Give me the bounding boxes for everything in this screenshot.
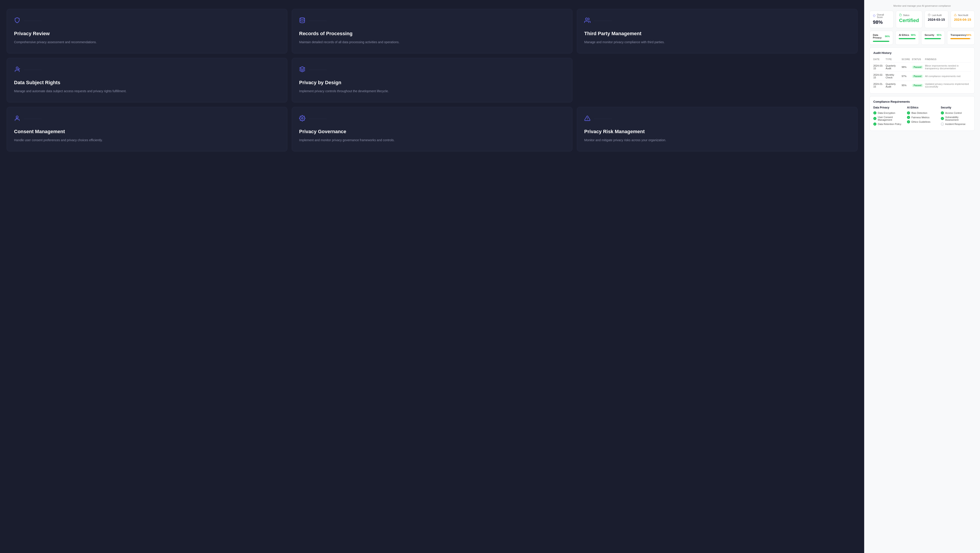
cell-findings: Minor improvements needed in transparenc…: [925, 63, 971, 72]
card-records-processing[interactable]: Records of Processing Maintain detailed …: [292, 9, 573, 54]
card-icon-row: [299, 115, 565, 122]
table-row: 2024-01-15 Quarterly Audit 95% Passed Up…: [873, 81, 971, 90]
check-icon: ✓: [941, 117, 944, 120]
compliance-item: ✓ User Consent Management: [873, 116, 904, 121]
card-title: Third Party Management: [584, 31, 850, 37]
doc-stat-icon: [899, 14, 902, 17]
cell-date: 2024-02-15: [873, 72, 886, 81]
audit-table: DATE TYPE SCORE STATUS FINDINGS 2024-03-…: [873, 57, 971, 90]
cell-date: 2024-01-15: [873, 81, 886, 90]
card-privacy-review[interactable]: Privacy Review Comprehensive privacy ass…: [7, 9, 287, 54]
card-desc: Maintain detailed records of all data pr…: [299, 40, 565, 44]
database-icon: [299, 17, 305, 24]
bar-fill: [950, 38, 970, 39]
stat-next-audit: Next Audit 2024-04-15: [951, 11, 975, 28]
alert-stat-icon: [954, 14, 957, 17]
bar-fill: [924, 38, 940, 39]
card-privacy-governance[interactable]: Privacy Governance Implement and monitor…: [292, 107, 573, 151]
score-bars-row: Data Privacy 96% AI Ethics 98% Secur: [870, 31, 975, 45]
score-bar-header: AI Ethics 98%: [899, 33, 916, 36]
card-icon-row: [14, 115, 280, 122]
panel-subtitle: Monitor and manage your AI governance co…: [870, 5, 975, 7]
bar-track: [950, 38, 971, 39]
card-privacy-risk[interactable]: Privacy Risk Management Monitor and miti…: [577, 107, 858, 151]
alert-triangle-icon: [584, 115, 590, 122]
svg-point-5: [302, 118, 303, 119]
page-wrapper: Privacy Review Comprehensive privacy ass…: [0, 0, 980, 553]
card-title: Privacy Governance: [299, 129, 565, 135]
bar-track: [924, 38, 942, 39]
card-desc: Handle user consent preferences and priv…: [14, 138, 280, 143]
score-bar-data-privacy: Data Privacy 96%: [870, 31, 893, 45]
stat-value: 2024-04-15: [954, 17, 971, 21]
check-icon: ✓: [907, 111, 910, 114]
score-bar-header: Data Privacy 96%: [873, 33, 890, 39]
cell-type: Quarterly Audit: [886, 63, 902, 72]
svg-point-1: [585, 18, 587, 20]
card-desc: Manage and monitor privacy compliance wi…: [584, 40, 850, 44]
compliance-item: ✓ Vulnerability Assessment: [941, 116, 971, 121]
stat-label: Last Audit: [928, 14, 945, 17]
score-bar-header: Transparency 94%: [950, 33, 971, 36]
stat-label: Next Audit: [954, 14, 971, 17]
audit-history-title: Audit History: [873, 51, 971, 54]
bar-track: [899, 38, 916, 39]
compliance-item: ✓ Access Control: [941, 111, 971, 114]
card-icon-row: [299, 66, 565, 73]
col-date: DATE: [873, 57, 886, 63]
card-desc: Monitor and mitigate privacy risks acros…: [584, 138, 850, 143]
user-check-icon: [14, 66, 20, 73]
users-icon: [584, 17, 590, 24]
card-divider: [309, 70, 327, 70]
card-title: Data Subject Rights: [14, 80, 280, 86]
card-privacy-by-design[interactable]: Privacy by Design Implement privacy cont…: [292, 58, 573, 102]
card-divider: [24, 119, 41, 119]
cell-date: 2024-03-15: [873, 63, 886, 72]
shield-stat-icon: [873, 14, 875, 17]
gear-icon: [299, 115, 305, 122]
card-title: Privacy by Design: [299, 80, 565, 86]
table-row: 2024-03-15 Quarterly Audit 98% Passed Mi…: [873, 63, 971, 72]
score-bar-ai-ethics: AI Ethics 98%: [896, 31, 919, 45]
compliance-col-ai-ethics: AI Ethics ✓ Bias Detection ✓ Fairness Me…: [907, 106, 937, 127]
stat-value: Certified: [899, 17, 919, 23]
bar-fill: [899, 38, 915, 39]
stat-value: 2024-03-15: [928, 17, 945, 21]
score-bar-transparency: Transparency 94%: [947, 31, 975, 45]
card-data-subject-rights[interactable]: Data Subject Rights Manage and automate …: [7, 58, 287, 102]
card-desc: Implement privacy controls throughout th…: [299, 89, 565, 94]
stat-overall-score: Overall Score 98%: [870, 11, 894, 28]
card-desc: Manage and automate data subject access …: [14, 89, 280, 94]
check-icon: ✓: [873, 117, 877, 120]
col-status: STATUS: [912, 57, 925, 63]
check-icon: ✓: [873, 111, 877, 114]
user-consent-icon: [14, 115, 20, 122]
card-divider: [594, 119, 612, 119]
check-icon: ✓: [907, 116, 910, 119]
card-consent-management[interactable]: Consent Management Handle user consent p…: [7, 107, 287, 151]
stat-label: Status: [899, 14, 919, 17]
card-title: Privacy Risk Management: [584, 129, 850, 135]
check-icon: ✓: [907, 120, 910, 123]
card-desc: Comprehensive privacy assessment and rec…: [14, 40, 280, 44]
card-title: Privacy Review: [14, 31, 280, 37]
compliance-col-security: Security ✓ Access Control ✓ Vulnerabilit…: [941, 106, 971, 127]
compliance-item: ✓ Fairness Metrics: [907, 116, 937, 119]
card-third-parties[interactable]: Third Party Management Manage and monito…: [577, 9, 858, 54]
table-row: 2024-02-15 Monthly Check 97% Passed All …: [873, 72, 971, 81]
cell-status: Passed: [912, 72, 925, 81]
compliance-item: ✓ Data Retention Policy: [873, 122, 904, 126]
compliance-section: Compliance Requirements Data Privacy ✓ D…: [870, 96, 975, 131]
card-icon-row: [299, 17, 565, 24]
cell-score: 98%: [902, 63, 912, 72]
bar-fill: [873, 41, 889, 42]
compliance-col-title: AI Ethics: [907, 106, 937, 109]
stat-last-audit: Last Audit 2024-03-15: [924, 11, 948, 28]
compliance-title: Compliance Requirements: [873, 100, 971, 103]
compliance-col-title: Security: [941, 106, 971, 109]
shield-icon: [14, 17, 20, 24]
svg-marker-3: [299, 67, 305, 69]
compliance-col-title: Data Privacy: [873, 106, 904, 109]
check-icon-partial: ○: [941, 122, 944, 126]
card-desc: Implement and monitor privacy governance…: [299, 138, 565, 143]
